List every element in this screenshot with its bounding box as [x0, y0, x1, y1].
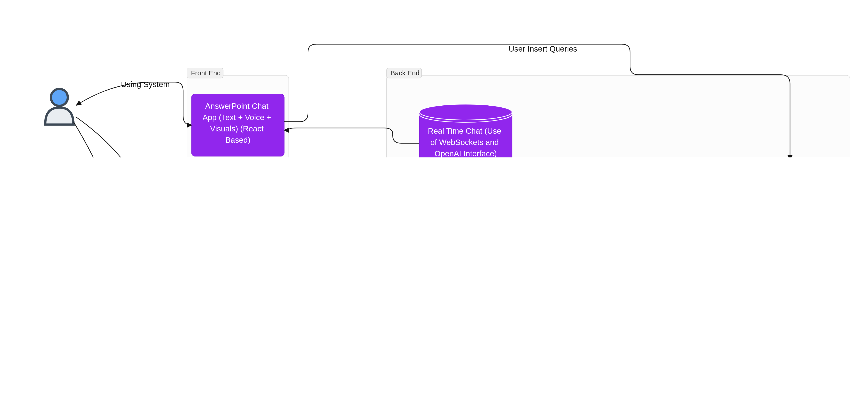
user-actor-icon: [45, 89, 73, 125]
node-realtime-chat: Real Time Chat (Use of WebSockets and Op…: [419, 104, 512, 157]
frontend-group: Front End AnswerPoint Chat App (Text + V…: [187, 68, 289, 157]
svg-text:Real Time Chat (Use
        of: Real Time Chat (Use of WebSockets and Op…: [428, 126, 504, 157]
backend-group: Back End Real Time Chat (Use of WebSocke…: [386, 68, 850, 157]
backend-group-label: Back End: [391, 69, 419, 77]
architecture-diagram: Front End AnswerPoint Chat App (Text + V…: [0, 0, 868, 157]
edge-chatapp-weaviate-label: User Insert Queries: [508, 44, 577, 53]
svg-point-13: [419, 104, 512, 120]
frontend-group-label: Front End: [191, 69, 221, 77]
edge-user-emp: [73, 122, 192, 157]
edge-user-chatapp-label: Using System: [121, 80, 170, 89]
svg-point-0: [51, 89, 68, 106]
edge-user-admin: [76, 117, 192, 157]
node-chat-app: AnswerPoint Chat App (Text + Voice + Vis…: [192, 94, 284, 156]
